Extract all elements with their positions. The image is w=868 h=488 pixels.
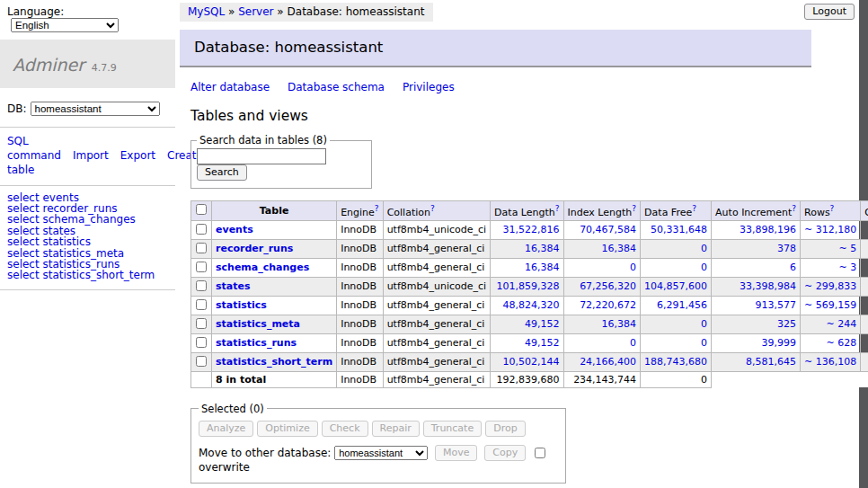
table-name-link[interactable]: statistics_short_term (216, 356, 332, 368)
overwrite-checkbox[interactable] (535, 448, 545, 458)
column-header: Auto Increment? (712, 201, 801, 221)
rows-cell: ~ 299,833 (801, 277, 861, 296)
index-length-cell: 67,256,320 (563, 277, 641, 296)
engine-cell: InnoDB (337, 371, 383, 387)
repair-button[interactable]: Repair (372, 421, 420, 437)
column-header: Index Length? (563, 201, 641, 221)
engine-cell: InnoDB (337, 277, 383, 296)
collation-cell: utf8mb4_general_ci (383, 315, 490, 333)
rows-cell: ~ 312,180 (801, 220, 861, 239)
column-header: Data Length? (491, 201, 563, 221)
table-name-link[interactable]: recorder_runs (216, 243, 293, 254)
db-action-link[interactable]: Privileges (403, 81, 455, 93)
data-free-cell: 0 (641, 333, 712, 352)
index-length-total: 234,143,744 (563, 371, 641, 387)
index-length-cell: 72,220,672 (563, 296, 641, 315)
row-checkbox[interactable] (196, 243, 207, 253)
selected-buttons: AnalyzeOptimizeCheckRepairTruncateDrop (199, 421, 558, 437)
tables-table: TableEngine?Collation?Data Length?Index … (190, 200, 868, 388)
sidebar-table-link[interactable]: select schema_changes (7, 214, 168, 225)
comment-cell (861, 352, 868, 371)
table-name-link[interactable]: statistics_runs (216, 337, 297, 349)
db-links: Alter databaseDatabase schemaPrivileges (190, 81, 859, 93)
language-select[interactable]: English (11, 18, 119, 32)
table-name-link[interactable]: statistics (216, 299, 267, 311)
breadcrumb-link[interactable]: Server (238, 5, 273, 18)
column-help-link[interactable]: ? (692, 204, 696, 213)
auto-increment-cell: 33,398,984 (712, 277, 801, 296)
data-length-cell: 101,859,328 (491, 277, 563, 296)
sidebar-action-link[interactable]: Import (73, 149, 109, 162)
column-header: Data Free? (641, 201, 712, 221)
row-checkbox[interactable] (196, 356, 207, 367)
row-checkbox[interactable] (196, 299, 207, 310)
column-help-link[interactable]: ? (555, 204, 560, 213)
data-free-cell: 50,331,648 (641, 220, 712, 239)
row-checkbox[interactable] (196, 224, 207, 235)
db-action-link[interactable]: Alter database (190, 81, 270, 93)
table-header-row: TableEngine?Collation?Data Length?Index … (191, 201, 868, 221)
check-button[interactable]: Check (322, 421, 368, 437)
sidebar-table-link[interactable]: select statistics (7, 236, 168, 247)
comment-cell (861, 258, 868, 277)
column-help-link[interactable]: ? (375, 204, 379, 213)
column-help-link[interactable]: ? (792, 204, 796, 213)
row-checkbox[interactable] (196, 280, 207, 291)
db-select[interactable]: homeassistant (31, 102, 160, 116)
index-length-cell: 70,467,584 (563, 220, 641, 239)
table-name-link[interactable]: statistics_meta (216, 318, 300, 330)
db-action-link[interactable]: Database schema (288, 81, 385, 93)
sidebar-table-links: select eventsselect recorder_runsselect … (0, 186, 175, 289)
data-length-cell: 48,824,320 (491, 296, 563, 315)
breadcrumb-separator: » (274, 5, 288, 18)
drop-button[interactable]: Drop (485, 421, 525, 437)
data-free-cell: 104,857,600 (641, 277, 712, 296)
column-help-link[interactable]: ? (632, 204, 636, 213)
main-content: MySQL » Server » Database: homeassistant… (180, 0, 859, 488)
optimize-button[interactable]: Optimize (257, 421, 317, 437)
comment-cell (861, 277, 868, 296)
auto-increment-cell: 378 (712, 239, 801, 258)
table-name-link[interactable]: schema_changes (216, 262, 309, 273)
search-input[interactable] (197, 148, 326, 164)
sidebar-table-link[interactable]: select statistics_short_term (7, 270, 168, 280)
table-row: schema_changesInnoDButf8mb4_general_ci16… (191, 258, 868, 277)
comment-cell (861, 333, 868, 352)
app-version: 4.7.9 (92, 62, 117, 74)
collation-cell: utf8mb4_general_ci (383, 258, 490, 277)
column-help-link[interactable]: ? (430, 204, 435, 213)
table-name-link[interactable]: events (216, 224, 253, 235)
sidebar-action-link[interactable]: SQL command (7, 135, 61, 162)
engine-cell: InnoDB (337, 220, 383, 239)
engine-cell: InnoDB (337, 239, 383, 258)
column-header: Table (212, 201, 337, 221)
analyze-button[interactable]: Analyze (199, 421, 253, 437)
breadcrumb-link[interactable]: MySQL (188, 5, 225, 18)
auto-increment-cell: 8,581,645 (712, 352, 801, 371)
collation-cell: utf8mb4_general_ci (383, 296, 490, 315)
breadcrumb-current: Database: homeassistant (288, 5, 425, 18)
select-all-checkbox[interactable] (196, 204, 207, 215)
row-checkbox[interactable] (196, 337, 207, 348)
search-fieldset: Search data in tables (8) Search (190, 134, 372, 189)
row-checkbox[interactable] (196, 262, 207, 272)
sidebar-action-link[interactable]: Export (120, 149, 155, 162)
table-name-link[interactable]: states (216, 280, 251, 292)
table-row: statistics_metaInnoDButf8mb4_general_ci4… (191, 315, 868, 333)
move-db-select[interactable]: homeassistant (334, 446, 428, 460)
total-row: 8 in totalInnoDButf8mb4_general_ci192,83… (191, 371, 868, 387)
engine-cell: InnoDB (337, 296, 383, 315)
copy-button[interactable]: Copy (484, 445, 526, 461)
breadcrumb: MySQL » Server » Database: homeassistant (180, 3, 433, 22)
collation-cell: utf8mb4_unicode_ci (383, 220, 490, 239)
rows-cell: ~ 244 (801, 315, 861, 333)
search-button[interactable]: Search (197, 164, 247, 181)
column-help-link[interactable]: ? (830, 204, 835, 213)
index-length-cell: 16,384 (563, 315, 641, 333)
truncate-button[interactable]: Truncate (423, 421, 482, 437)
data-free-cell: 0 (641, 258, 712, 277)
row-checkbox[interactable] (196, 318, 207, 329)
move-button[interactable]: Move (435, 445, 478, 461)
data-free-cell: 188,743,680 (641, 352, 712, 371)
comment-cell (861, 296, 868, 315)
